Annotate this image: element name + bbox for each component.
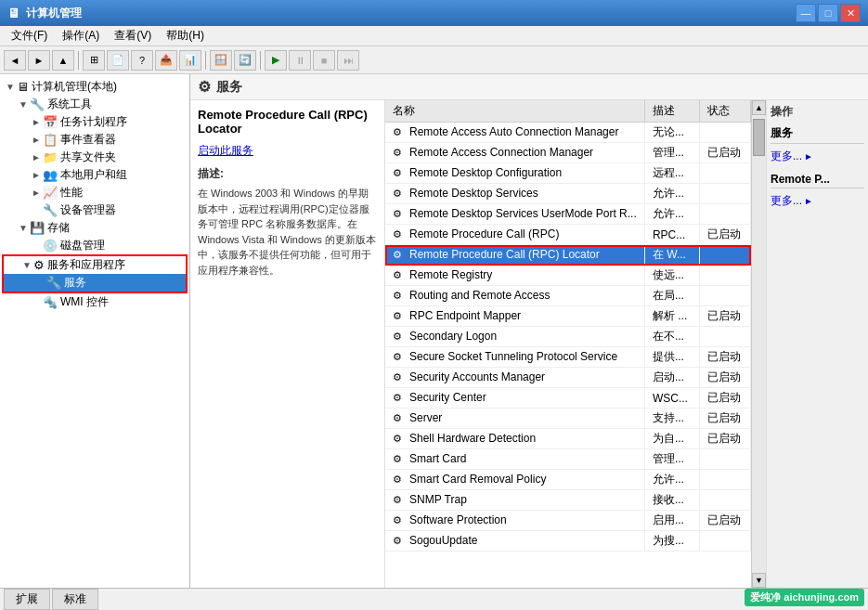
service-desc-cell: 支持... [644,409,699,429]
table-row[interactable]: ⚙Shell Hardware Detection为自...已启动 [385,429,751,449]
back-button[interactable]: ◄ [4,50,26,71]
new-window-button[interactable]: 🪟 [210,50,232,71]
tree-services-label: 服务 [64,275,86,291]
table-row[interactable]: ⚙Remote Access Connection Manager管理...已启… [385,143,751,163]
sys-tools-expand-icon: ▼ [17,99,30,110]
table-row[interactable]: ⚙Smart Card Removal Policy允许... [385,470,751,490]
service-desc-cell: 为自... [644,429,699,449]
table-row[interactable]: ⚙Secure Socket Tunneling Protocol Servic… [385,347,751,368]
maximize-button[interactable]: □ [818,4,838,22]
tree-performance[interactable]: ► 📈 性能 [0,184,189,201]
table-row[interactable]: ⚙Routing and Remote Access在局... [385,286,751,306]
properties-button[interactable]: 📄 [107,50,129,71]
menu-help[interactable]: 帮助(H) [159,26,212,45]
device-manager-icon: 🔧 [43,203,58,217]
show-hide-button[interactable]: ⊞ [83,50,105,71]
export-button[interactable]: 📤 [155,50,177,71]
tree-task-scheduler[interactable]: ► 📅 任务计划程序 [0,113,189,131]
table-row[interactable]: ⚙Software Protection启用...已启动 [385,511,751,531]
service-name-cell: ⚙Remote Desktop Services UserMode Port R… [385,204,644,225]
scroll-thumb[interactable] [753,119,765,156]
service-name-text: Remote Access Auto Connection Manager [409,125,618,138]
table-row[interactable]: ⚙Security CenterWSC...已启动 [385,388,751,409]
stop-button[interactable]: ■ [313,50,335,71]
forward-button[interactable]: ► [28,50,50,71]
tree-services-apps[interactable]: ▼ ⚙ 服务和应用程序 [4,256,186,274]
menu-file[interactable]: 文件(F) [4,26,55,45]
table-row[interactable]: ⚙Remote Procedure Call (RPC)RPC...已启动 [385,225,751,245]
tree-event-viewer[interactable]: ► 📋 事件查看器 [0,131,189,149]
tab-standard[interactable]: 标准 [52,589,98,610]
storage-icon: 💾 [30,221,45,235]
table-row[interactable]: ⚙Remote Desktop Services允许... [385,184,751,204]
table-row[interactable]: ⚙Remote Access Auto Connection Manager无论… [385,123,751,143]
table-row[interactable]: ⚙SNMP Trap接收... [385,490,751,511]
service-desc-cell: WSC... [644,388,699,409]
tree-system-tools[interactable]: ▼ 🔧 系统工具 [0,96,189,113]
tree-disk-mgmt-label: 磁盘管理 [60,238,105,253]
service-name-text: Remote Desktop Configuration [409,166,562,179]
tree-wmi[interactable]: 🔩 WMI 控件 [0,293,189,311]
service-icon: ⚙ [393,147,406,160]
menu-view[interactable]: 查看(V) [107,26,159,45]
table-row[interactable]: ⚙RPC Endpoint Mapper解析 ...已启动 [385,306,751,327]
col-desc[interactable]: 描述 [644,100,699,123]
vertical-scrollbar[interactable]: ▲ ▼ [751,100,766,588]
play-button[interactable]: ▶ [265,50,287,71]
scroll-up-button[interactable]: ▲ [752,100,766,115]
service-name-cell: ⚙Secure Socket Tunneling Protocol Servic… [385,347,644,368]
close-button[interactable]: ✕ [840,4,861,22]
tree-local-users[interactable]: ► 👥 本地用户和组 [0,166,189,184]
tree-root[interactable]: ▼ 🖥 计算机管理(本地) [0,78,189,96]
services-header-title: 服务 [216,79,242,96]
services-list[interactable]: 名称 描述 状态 ⚙Remote Access Auto Connection … [385,100,751,588]
table-row[interactable]: ⚙Remote Procedure Call (RPC) Locator在 W.… [385,245,751,266]
tree-shared-folders[interactable]: ► 📁 共享文件夹 [0,149,189,166]
description-panel: Remote Procedure Call (RPC) Locator 启动此服… [190,100,385,588]
action-more-2[interactable]: 更多... ► [771,192,864,210]
scroll-track[interactable] [752,115,766,573]
table-row[interactable]: ⚙Server支持...已启动 [385,409,751,429]
view-button[interactable]: 📊 [179,50,201,71]
skip-button[interactable]: ⏭ [337,50,359,71]
action-more-1[interactable]: 更多... ► [771,148,864,165]
tree-services[interactable]: 🔧 服务 [4,274,186,292]
tree-storage[interactable]: ▼ 💾 存储 [0,219,189,237]
tab-expand[interactable]: 扩展 [4,589,50,610]
service-icon: ⚙ [393,290,406,303]
tree-disk-mgmt[interactable]: 💿 磁盘管理 [0,237,189,254]
tree-device-manager[interactable]: 🔧 设备管理器 [0,201,189,219]
pause-button[interactable]: ⏸ [289,50,311,71]
up-button[interactable]: ▲ [52,50,74,71]
service-name-text: Security Accounts Manager [409,370,545,383]
service-desc-cell: 管理... [644,449,699,470]
service-desc-cell: 在 W... [644,245,699,266]
actions-services-section: 服务 更多... ► [771,125,864,165]
service-desc-cell: 无论... [644,123,699,143]
table-row[interactable]: ⚙Remote Desktop Configuration远程... [385,163,751,184]
service-status-cell: 已启动 [700,347,751,368]
refresh-button[interactable]: 🔄 [234,50,256,71]
event-viewer-icon: 📋 [43,133,58,147]
service-name-cell: ⚙Shell Hardware Detection [385,429,644,449]
col-name[interactable]: 名称 [385,100,644,123]
col-status[interactable]: 状态 [700,100,751,123]
wmi-icon: 🔩 [43,295,58,309]
actions-remote-label: Remote P... [771,173,864,188]
service-status-cell [700,266,751,286]
table-row[interactable]: ⚙Security Accounts Manager启动...已启动 [385,368,751,388]
table-row[interactable]: ⚙Remote Registry使远... [385,266,751,286]
menu-bar: 文件(F) 操作(A) 查看(V) 帮助(H) [0,26,868,46]
start-service-link[interactable]: 启动此服务 [198,143,377,159]
help-button[interactable]: ? [131,50,153,71]
services-table: 名称 描述 状态 ⚙Remote Access Auto Connection … [385,100,751,552]
menu-action[interactable]: 操作(A) [55,26,107,45]
services-apps-group: ▼ ⚙ 服务和应用程序 🔧 服务 [2,254,188,293]
service-desc-cell: 启动... [644,368,699,388]
minimize-button[interactable]: — [796,4,816,22]
table-row[interactable]: ⚙Remote Desktop Services UserMode Port R… [385,204,751,225]
table-row[interactable]: ⚙Smart Card管理... [385,449,751,470]
table-row[interactable]: ⚙SogouUpdate为搜... [385,531,751,552]
scroll-down-button[interactable]: ▼ [752,573,766,588]
table-row[interactable]: ⚙Secondary Logon在不... [385,327,751,347]
